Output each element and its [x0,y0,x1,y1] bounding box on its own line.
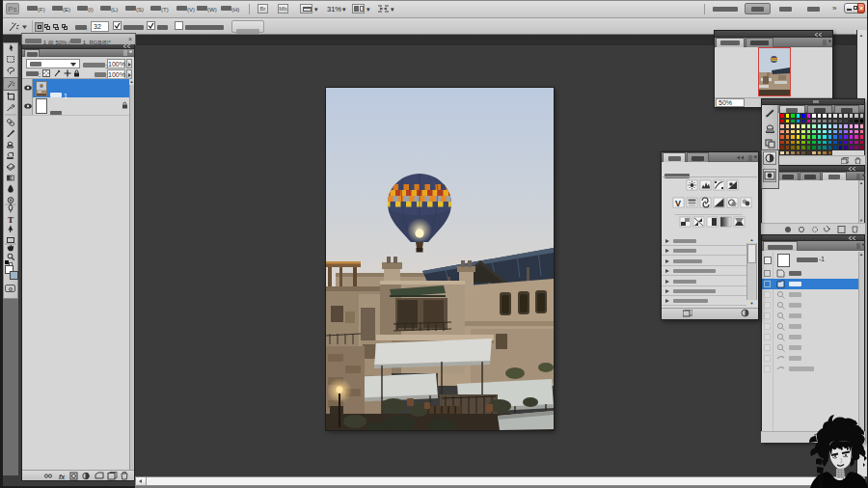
svg-text:fx: fx [59,474,66,480]
svg-text:V: V [675,199,681,208]
svg-text:T: T [8,215,14,225]
